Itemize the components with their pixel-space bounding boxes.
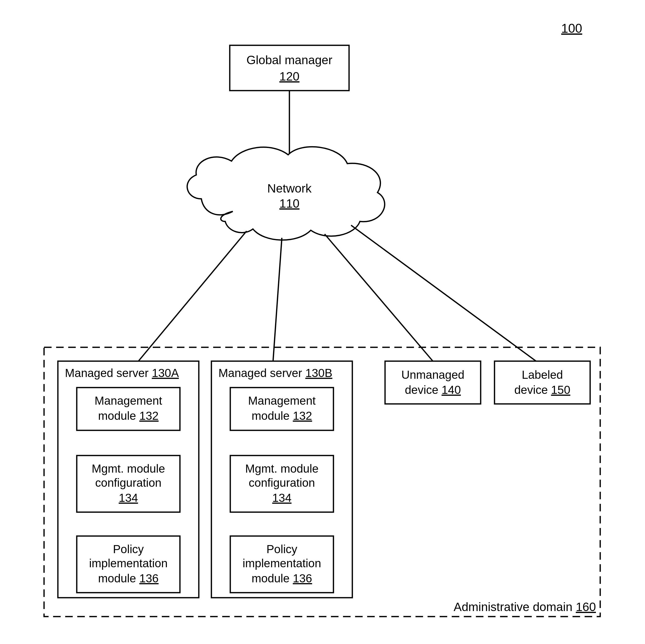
svg-rect-22 <box>494 361 590 404</box>
connector-cloud-serverA <box>139 231 247 361</box>
managed-server-b: Managed server 130B Management module 13… <box>211 361 352 598</box>
unmanaged-device: Unmanaged device 140 <box>385 361 481 404</box>
svg-rect-0 <box>230 45 349 90</box>
connector-cloud-labeled <box>351 225 536 361</box>
svg-text:Management: Management <box>94 394 162 407</box>
network-ref: 110 <box>279 197 299 210</box>
connector-cloud-unmanaged <box>325 234 433 361</box>
svg-text:Management: Management <box>248 394 316 407</box>
svg-text:134: 134 <box>119 491 138 504</box>
svg-text:Policy: Policy <box>113 543 144 556</box>
network-title: Network <box>267 182 312 195</box>
svg-text:implementation: implementation <box>243 557 321 570</box>
svg-text:device 150: device 150 <box>514 383 571 396</box>
svg-text:module 136: module 136 <box>252 572 312 585</box>
svg-text:Mgmt. module: Mgmt. module <box>245 462 318 475</box>
diagram-root: 100 Global manager 120 Network 110 Admin… <box>0 0 645 644</box>
global-manager-title: Global manager <box>246 53 333 67</box>
figure-ref: 100 <box>561 21 582 35</box>
svg-rect-19 <box>385 361 481 404</box>
svg-text:Mgmt. module: Mgmt. module <box>91 462 165 475</box>
labeled-device: Labeled device 150 <box>494 361 590 404</box>
svg-text:module 132: module 132 <box>98 409 159 422</box>
managed-server-a-title: Managed server 130A <box>65 367 179 380</box>
svg-text:Labeled: Labeled <box>522 368 563 381</box>
network-node: Network 110 <box>187 147 385 240</box>
svg-text:module 136: module 136 <box>98 572 159 585</box>
svg-text:configuration: configuration <box>95 476 161 489</box>
svg-text:implementation: implementation <box>89 557 168 570</box>
svg-text:module 132: module 132 <box>252 409 312 422</box>
connector-cloud-serverB <box>273 238 282 361</box>
svg-text:configuration: configuration <box>249 476 315 489</box>
svg-text:Unmanaged: Unmanaged <box>401 368 465 381</box>
admin-domain-label: Administrative domain 160 <box>453 600 596 614</box>
svg-text:134: 134 <box>272 491 292 504</box>
managed-server-a: Managed server 130A Management module 13… <box>58 361 199 598</box>
managed-server-b-title: Managed server 130B <box>218 367 333 380</box>
global-manager-node: Global manager 120 <box>230 45 349 90</box>
svg-text:Policy: Policy <box>266 543 297 556</box>
global-manager-ref: 120 <box>279 70 299 83</box>
svg-text:device 140: device 140 <box>405 383 461 396</box>
